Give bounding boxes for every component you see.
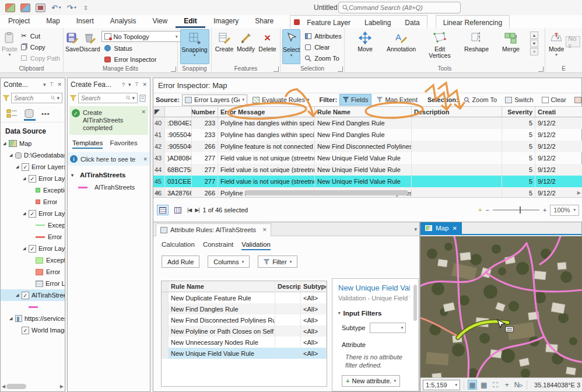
create-features-search[interactable]: ▾ (78, 93, 138, 103)
context-tab[interactable]: Linear Referencing (436, 17, 509, 27)
snapping-toggle-icon[interactable]: ▦ (468, 380, 477, 390)
rules-mode-tab[interactable]: Constraint (203, 241, 233, 249)
grid-icon[interactable]: ▦ (479, 380, 489, 390)
create-features-search-input[interactable] (81, 94, 126, 102)
map-tab[interactable]: Map ✕ (420, 222, 462, 234)
close-icon[interactable]: ✕ (142, 82, 147, 88)
pin-icon[interactable]: ⊤ (135, 82, 139, 88)
expander-icon[interactable]: ◢ (16, 293, 22, 298)
map-canvas[interactable] (420, 236, 582, 379)
list-by-drawing-order-icon[interactable] (6, 108, 18, 119)
rule-row[interactable]: New Find Disconnected Polylines Rule <Al… (162, 314, 327, 326)
package-icon[interactable] (36, 4, 45, 12)
merge-tool-button[interactable]: Merge (496, 29, 525, 64)
crosshair-icon[interactable]: + (502, 380, 511, 390)
dismiss-info-icon[interactable]: ✕ (143, 156, 148, 162)
modify-button[interactable]: Modify (235, 29, 257, 64)
columns-dropdown[interactable]: Columns▾ (208, 256, 250, 268)
context-tab[interactable]: Feature Layer (300, 17, 357, 27)
redo-icon[interactable]: ↷ (66, 4, 73, 12)
rule-name-header[interactable]: Rule Name (315, 107, 412, 117)
switch-selection-button[interactable]: Switch (502, 94, 536, 106)
open-project-icon[interactable] (5, 4, 15, 12)
form-view-toggle[interactable] (157, 205, 169, 215)
ribbon-tab[interactable]: Analysis (102, 15, 145, 28)
descrip-header[interactable]: Descrip (275, 281, 301, 292)
features-launcher-icon[interactable] (274, 66, 279, 72)
layer-checkbox[interactable]: ✓ (22, 327, 29, 334)
context-tab[interactable]: Data (398, 17, 426, 27)
id-column-header[interactable] (165, 107, 192, 117)
error-row[interactable]: 45 031CEE18242} 277 Field value is not u… (153, 176, 582, 187)
group-expander-icon[interactable]: ▾ (71, 173, 77, 178)
tree-item[interactable]: ◢ ✓ Error Layers (1, 173, 65, 184)
gallery-down-icon[interactable]: ▼ (530, 40, 538, 47)
attribute-rules-tab[interactable]: Attribute Rules: AlTirahStreets ✕ (156, 223, 271, 236)
ribbon-tab[interactable]: Map (38, 15, 68, 28)
add-rule-button[interactable]: Add Rule (162, 256, 199, 268)
help-icon[interactable]: ? (122, 82, 125, 88)
contents-hscrollbar[interactable]: ◀▶ (2, 383, 64, 390)
create-button[interactable]: Create (213, 29, 235, 64)
tree-item[interactable]: ◢ ✓ AlTirahStreets (1, 289, 65, 301)
error-message-header[interactable]: Error Message (218, 107, 315, 117)
move-tool-button[interactable]: Move (350, 29, 380, 64)
select-chevron-icon[interactable]: ▾ (290, 53, 293, 58)
tree-item[interactable]: ◢ ✓ World Imagery (1, 324, 65, 336)
edit-vertices-tool-button[interactable]: Edit Vertices (423, 29, 457, 64)
ribbon-tab[interactable]: Project (0, 15, 38, 28)
panel-menu-chevron-icon[interactable]: ▾ (128, 82, 131, 88)
tree-item[interactable]: ◢ ✓ Error Layers (1, 161, 65, 173)
undo-icon[interactable]: ↶ (51, 4, 58, 12)
rule-row-header[interactable] (162, 337, 169, 348)
rule-row[interactable]: New Polyline or Path Closes on Self Rule… (162, 326, 327, 337)
create-features-tab[interactable]: Favorites (110, 139, 137, 148)
tree-item[interactable]: ◢ ✓ Map (1, 138, 65, 149)
tree-item[interactable]: ◢ ✓ https://services (1, 313, 65, 324)
expander-icon[interactable]: ◢ (23, 246, 29, 251)
tree-item[interactable]: ◢ ✓ Exception (1, 254, 65, 266)
reshape-tool-button[interactable]: Reshape (460, 29, 493, 64)
filter-dropdown[interactable]: Filter▾ (258, 256, 297, 268)
error-row[interactable]: 43 )AD80848AD5} 277 Field value is not u… (153, 152, 582, 164)
manage-edits-launcher-icon[interactable] (171, 66, 176, 72)
delete-button[interactable]: × Delete (257, 29, 278, 64)
gallery-expand-icon[interactable]: ≡ (530, 48, 538, 55)
tree-item[interactable]: ◢ ✓ Exception (1, 219, 65, 231)
error-row[interactable]: 40 :DB04E37F06} 233 Polyline has dangles… (153, 117, 582, 129)
evaluate-rules-button[interactable]: Evaluate Rules▾ (250, 94, 313, 106)
zoom-slider[interactable] (493, 209, 539, 211)
expander-icon[interactable]: ◢ (9, 316, 15, 321)
ribbon-tab[interactable]: Imagery (205, 15, 247, 28)
rule-row-header[interactable] (162, 292, 169, 303)
template-item-altirahstreets[interactable]: AlTirahStreets (68, 181, 150, 191)
layer-checkbox[interactable]: ✓ (22, 292, 29, 299)
error-table-hscrollbar[interactable]: ◀▶ (153, 189, 582, 197)
zoom-in-icon[interactable]: + (543, 206, 546, 214)
zoom-percent-dropdown[interactable]: 100%▾ (550, 205, 579, 216)
error-row[interactable]: 41 :90550403C3} 233 Polyline has dangles… (153, 129, 582, 141)
snapping-button[interactable]: Snapping ▾ (180, 29, 209, 64)
tree-item[interactable]: ◢ ✓ Error (1, 231, 65, 243)
expander-icon[interactable]: ◢ (23, 211, 29, 216)
layer-checkbox[interactable]: ✓ (22, 163, 29, 171)
context-tab[interactable]: Labeling (357, 17, 398, 27)
list-by-data-source-icon[interactable] (24, 108, 36, 119)
map-notifications-icon[interactable]: ⛶ (491, 380, 500, 390)
tree-item[interactable]: ◢ ✓ D:\Geodatabase (1, 149, 65, 161)
ribbon-tab[interactable]: Edit (176, 15, 205, 28)
tools-launcher-icon[interactable] (538, 66, 544, 72)
details-scrollbar[interactable] (413, 285, 417, 321)
clear-selection-button[interactable]: Clear (301, 42, 343, 52)
expander-icon[interactable]: ◢ (3, 141, 9, 146)
command-search-input[interactable] (349, 4, 454, 11)
tree-item[interactable]: ◢ ✓ (1, 301, 65, 313)
snapping-chevron-icon[interactable]: ▾ (194, 53, 196, 58)
filter-icon[interactable] (70, 95, 76, 102)
tree-item[interactable]: ◢ ✓ Error Layers (1, 208, 65, 219)
compass-icon[interactable]: N▹ (514, 380, 523, 390)
rule-row[interactable]: New Duplicate Feature Rule <All> (162, 292, 327, 303)
tree-item[interactable]: ◢ ✓ Error Layers (1, 243, 65, 254)
selection-launcher-icon[interactable] (338, 66, 343, 72)
more-options-icon[interactable]: ••• (41, 110, 50, 117)
